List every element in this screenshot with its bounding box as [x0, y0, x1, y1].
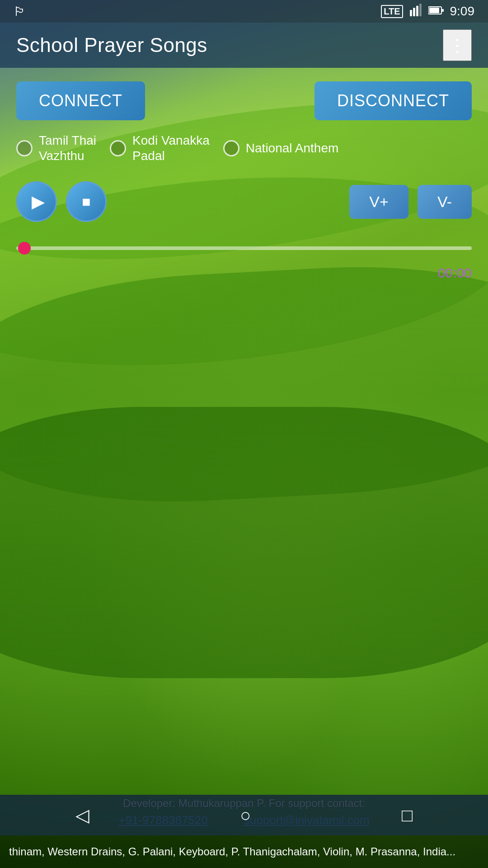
playback-controls: ▶ ■ V+ V- — [16, 181, 472, 222]
svg-rect-2 — [416, 5, 418, 16]
status-left: 🏳 — [14, 4, 26, 19]
status-right: LTE 9:09 — [381, 4, 474, 19]
svg-rect-1 — [413, 8, 415, 16]
app-title: School Prayer Songs — [16, 34, 207, 57]
svg-rect-3 — [419, 4, 422, 16]
recents-button[interactable]: □ — [388, 801, 426, 830]
progress-bar[interactable] — [16, 246, 472, 250]
radio-label-national: National Anthem — [246, 141, 338, 156]
radio-national-anthem[interactable]: National Anthem — [223, 140, 338, 156]
marquee-bar: thinam, Western Drains, G. Palani, Keybo… — [0, 835, 488, 868]
svg-rect-0 — [410, 10, 412, 16]
radio-kodi-vanakka[interactable]: Kodi VanakkaPadal — [110, 133, 210, 163]
home-button[interactable]: ○ — [226, 801, 264, 830]
notification-icon: 🏳 — [14, 4, 26, 19]
radio-circle-kodi — [110, 140, 126, 156]
navigation-bar: ◁ ○ □ — [0, 795, 488, 835]
connection-buttons: CONNECT DISCONNECT — [16, 81, 472, 120]
stop-button[interactable]: ■ — [66, 181, 107, 222]
progress-track — [16, 246, 472, 250]
lte-indicator: LTE — [381, 5, 403, 18]
svg-rect-5 — [429, 8, 439, 13]
disconnect-button[interactable]: DISCONNECT — [314, 81, 472, 120]
volume-down-button[interactable]: V- — [418, 185, 472, 219]
back-button[interactable]: ◁ — [62, 800, 103, 830]
main-content: CONNECT DISCONNECT Tamil ThaiVazhthu Kod… — [0, 68, 488, 281]
toolbar: School Prayer Songs ⋮ — [0, 23, 488, 68]
radio-circle-national — [223, 140, 239, 156]
stop-icon: ■ — [82, 193, 90, 210]
radio-label-tamil: Tamil ThaiVazhthu — [39, 133, 96, 163]
play-icon: ▶ — [32, 192, 45, 212]
play-button[interactable]: ▶ — [16, 181, 57, 222]
time-elapsed: 00:00 — [16, 265, 472, 281]
radio-label-kodi: Kodi VanakkaPadal — [132, 133, 210, 163]
signal-icon — [409, 4, 422, 19]
marquee-text: thinam, Western Drains, G. Palani, Keybo… — [0, 845, 465, 858]
progress-indicator — [18, 242, 31, 255]
battery-icon — [428, 5, 444, 19]
volume-up-button[interactable]: V+ — [349, 185, 408, 219]
radio-tamil-thai[interactable]: Tamil ThaiVazhthu — [16, 133, 96, 163]
more-options-button[interactable]: ⋮ — [443, 29, 472, 61]
svg-rect-6 — [442, 9, 444, 12]
status-bar: 🏳 LTE 9:09 — [0, 0, 488, 23]
time-display: 9:09 — [450, 4, 475, 19]
connect-button[interactable]: CONNECT — [16, 81, 145, 120]
radio-circle-tamil — [16, 140, 33, 156]
radio-options-row: Tamil ThaiVazhthu Kodi VanakkaPadal Nati… — [16, 133, 472, 163]
